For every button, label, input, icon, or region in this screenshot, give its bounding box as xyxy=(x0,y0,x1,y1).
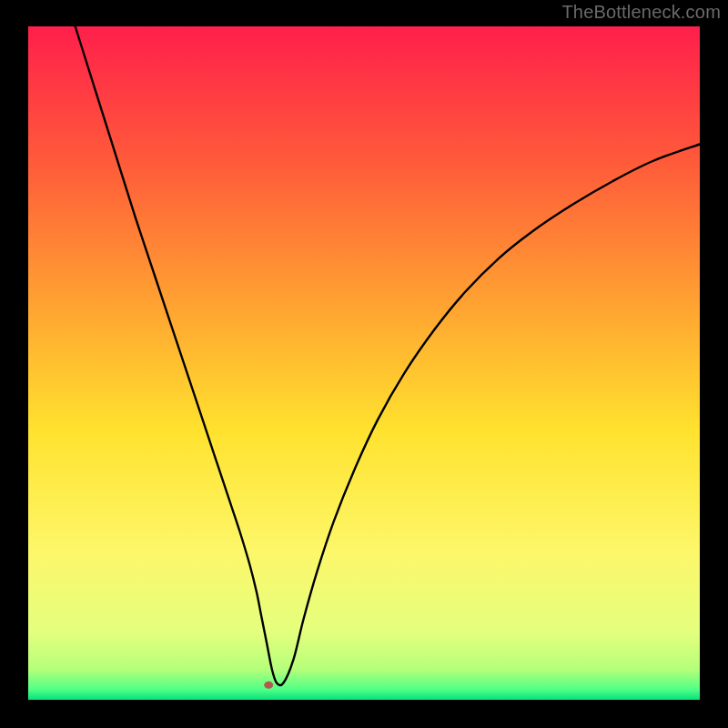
bottleneck-chart xyxy=(0,0,728,728)
optimum-marker xyxy=(264,682,273,689)
plot-background xyxy=(28,26,700,700)
chart-frame: TheBottleneck.com xyxy=(0,0,728,728)
